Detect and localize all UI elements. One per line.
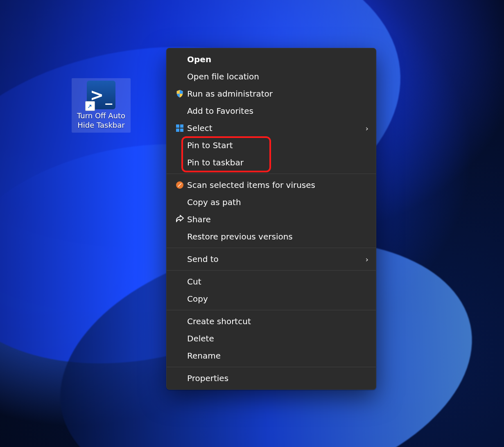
chevron-right-icon: › (366, 255, 368, 264)
windows-logo-icon (176, 124, 184, 132)
menu-separator (167, 174, 376, 174)
menu-item-copy[interactable]: Copy (167, 290, 376, 307)
menu-separator (167, 367, 376, 367)
menu-item-label: Copy (187, 294, 368, 304)
svg-rect-3 (180, 129, 183, 132)
context-menu: Open Open file location Run as administr… (166, 48, 376, 390)
menu-separator (167, 310, 376, 310)
menu-item-label: Scan selected items for viruses (187, 180, 368, 190)
menu-separator (167, 248, 376, 248)
chevron-right-icon: › (366, 124, 368, 133)
menu-item-label: Share (187, 214, 368, 224)
menu-item-label: Select (187, 123, 366, 133)
svg-rect-1 (180, 124, 183, 128)
menu-item-label: Send to (187, 254, 366, 264)
share-icon (175, 214, 185, 224)
menu-item-pin-to-taskbar[interactable]: Pin to taskbar (167, 154, 376, 171)
menu-item-label: Copy as path (187, 197, 368, 207)
menu-item-add-to-favorites[interactable]: Add to Favorites (167, 102, 376, 120)
menu-item-cut[interactable]: Cut (167, 273, 376, 290)
desktop-shortcut-label: Turn Off Auto Hide Taskbar (72, 111, 130, 130)
shortcut-overlay-icon (85, 101, 95, 111)
menu-item-label: Properties (187, 373, 368, 383)
svg-line-4 (178, 183, 181, 187)
menu-item-send-to[interactable]: Send to › (167, 251, 376, 268)
menu-item-rename[interactable]: Rename (167, 347, 376, 364)
menu-item-label: Open (187, 54, 368, 64)
desktop-shortcut[interactable]: >_ Turn Off Auto Hide Taskbar (72, 78, 131, 133)
menu-item-scan-viruses[interactable]: Scan selected items for viruses (167, 176, 376, 194)
shield-icon (175, 89, 184, 98)
menu-item-share[interactable]: Share (167, 211, 376, 228)
menu-item-label: Cut (187, 277, 368, 287)
menu-item-delete[interactable]: Delete (167, 330, 376, 347)
svg-rect-2 (176, 129, 179, 132)
menu-item-label: Pin to taskbar (187, 158, 368, 167)
menu-item-label: Delete (187, 334, 368, 343)
menu-item-open-file-location[interactable]: Open file location (167, 68, 376, 85)
menu-item-open[interactable]: Open (167, 51, 376, 68)
menu-item-restore-previous-versions[interactable]: Restore previous versions (167, 228, 376, 245)
menu-item-label: Add to Favorites (187, 106, 368, 116)
menu-item-label: Run as administrator (187, 89, 368, 99)
powershell-icon: >_ (87, 81, 115, 109)
menu-item-copy-as-path[interactable]: Copy as path (167, 194, 376, 211)
antivirus-icon (176, 181, 183, 189)
menu-item-select[interactable]: Select › (167, 120, 376, 137)
menu-item-label: Rename (187, 351, 368, 361)
menu-item-create-shortcut[interactable]: Create shortcut (167, 313, 376, 330)
svg-rect-0 (176, 124, 179, 128)
menu-item-run-as-administrator[interactable]: Run as administrator (167, 85, 376, 102)
menu-item-label: Create shortcut (187, 316, 368, 326)
menu-item-pin-to-start[interactable]: Pin to Start (167, 137, 376, 154)
menu-separator (167, 270, 376, 271)
menu-item-properties[interactable]: Properties (167, 370, 376, 387)
menu-item-label: Open file location (187, 72, 368, 81)
menu-item-label: Pin to Start (187, 140, 368, 150)
menu-item-label: Restore previous versions (187, 232, 368, 242)
